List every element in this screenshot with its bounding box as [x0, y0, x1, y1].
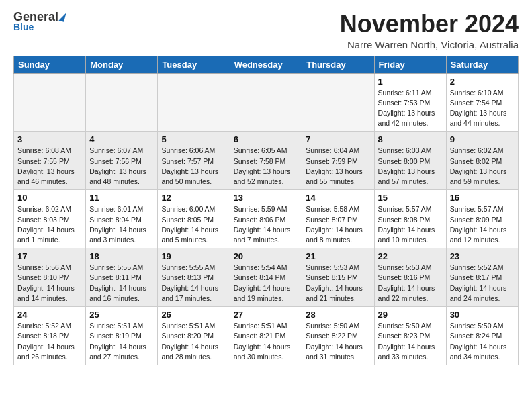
day-info: Sunrise: 5:56 AMSunset: 8:10 PMDaylight:… — [17, 263, 82, 304]
table-row — [14, 73, 86, 132]
logo-triangle-icon — [58, 11, 66, 22]
day-number: 2 — [450, 77, 515, 87]
day-number: 1 — [378, 77, 443, 87]
table-row — [158, 73, 230, 132]
col-saturday: Saturday — [446, 56, 518, 73]
day-info: Sunrise: 5:51 AMSunset: 8:21 PMDaylight:… — [234, 321, 299, 362]
day-number: 25 — [89, 310, 154, 320]
table-row: 24Sunrise: 5:52 AMSunset: 8:18 PMDayligh… — [14, 307, 86, 365]
day-number: 6 — [234, 134, 299, 144]
table-row: 9Sunrise: 6:02 AMSunset: 8:02 PMDaylight… — [446, 132, 518, 190]
header: General Blue November 2024 Narre Warren … — [13, 11, 519, 50]
day-info: Sunrise: 5:52 AMSunset: 8:17 PMDaylight:… — [450, 263, 515, 304]
calendar-week-row: 17Sunrise: 5:56 AMSunset: 8:10 PMDayligh… — [14, 248, 519, 307]
day-number: 13 — [234, 193, 299, 203]
day-info: Sunrise: 6:06 AMSunset: 7:57 PMDaylight:… — [161, 146, 226, 187]
day-info: Sunrise: 6:00 AMSunset: 8:05 PMDaylight:… — [161, 204, 226, 245]
day-info: Sunrise: 6:02 AMSunset: 8:03 PMDaylight:… — [17, 204, 82, 245]
month-title: November 2024 — [340, 11, 519, 38]
table-row: 1Sunrise: 6:11 AMSunset: 7:53 PMDaylight… — [374, 73, 446, 132]
day-info: Sunrise: 5:53 AMSunset: 8:15 PMDaylight:… — [306, 263, 370, 304]
table-row: 25Sunrise: 5:51 AMSunset: 8:19 PMDayligh… — [86, 307, 158, 365]
day-number: 21 — [306, 251, 370, 261]
day-number: 18 — [89, 251, 154, 261]
table-row: 18Sunrise: 5:55 AMSunset: 8:11 PMDayligh… — [86, 248, 158, 307]
day-info: Sunrise: 6:11 AMSunset: 7:53 PMDaylight:… — [378, 88, 443, 129]
day-info: Sunrise: 5:51 AMSunset: 8:19 PMDaylight:… — [89, 321, 154, 362]
day-number: 10 — [17, 193, 82, 203]
calendar-week-row: 24Sunrise: 5:52 AMSunset: 8:18 PMDayligh… — [14, 307, 519, 365]
table-row: 2Sunrise: 6:10 AMSunset: 7:54 PMDaylight… — [446, 73, 518, 132]
day-number: 29 — [378, 310, 443, 320]
table-row: 26Sunrise: 5:51 AMSunset: 8:20 PMDayligh… — [158, 307, 230, 365]
day-number: 30 — [450, 310, 515, 320]
col-monday: Monday — [86, 56, 158, 73]
table-row: 22Sunrise: 5:53 AMSunset: 8:16 PMDayligh… — [374, 248, 446, 307]
day-number: 9 — [450, 134, 515, 144]
day-info: Sunrise: 6:05 AMSunset: 7:58 PMDaylight:… — [234, 146, 299, 187]
day-number: 4 — [89, 134, 154, 144]
day-number: 27 — [234, 310, 299, 320]
table-row: 6Sunrise: 6:05 AMSunset: 7:58 PMDaylight… — [230, 132, 302, 190]
table-row: 5Sunrise: 6:06 AMSunset: 7:57 PMDaylight… — [158, 132, 230, 190]
table-row: 21Sunrise: 5:53 AMSunset: 8:15 PMDayligh… — [302, 248, 374, 307]
table-row: 12Sunrise: 6:00 AMSunset: 8:05 PMDayligh… — [158, 190, 230, 248]
day-number: 8 — [378, 134, 443, 144]
table-row: 29Sunrise: 5:50 AMSunset: 8:23 PMDayligh… — [374, 307, 446, 365]
table-row: 27Sunrise: 5:51 AMSunset: 8:21 PMDayligh… — [230, 307, 302, 365]
day-info: Sunrise: 5:53 AMSunset: 8:16 PMDaylight:… — [378, 263, 443, 304]
day-info: Sunrise: 5:50 AMSunset: 8:24 PMDaylight:… — [450, 321, 515, 362]
day-info: Sunrise: 5:55 AMSunset: 8:11 PMDaylight:… — [89, 263, 154, 304]
day-info: Sunrise: 5:50 AMSunset: 8:22 PMDaylight:… — [306, 321, 370, 362]
day-number: 19 — [161, 251, 226, 261]
day-number: 22 — [378, 251, 443, 261]
calendar-week-row: 10Sunrise: 6:02 AMSunset: 8:03 PMDayligh… — [14, 190, 519, 248]
col-wednesday: Wednesday — [230, 56, 302, 73]
day-info: Sunrise: 6:02 AMSunset: 8:02 PMDaylight:… — [450, 146, 515, 187]
day-number: 17 — [17, 251, 82, 261]
calendar-week-row: 1Sunrise: 6:11 AMSunset: 7:53 PMDaylight… — [14, 73, 519, 132]
table-row — [230, 73, 302, 132]
calendar-header-row: Sunday Monday Tuesday Wednesday Thursday… — [14, 56, 519, 73]
title-block: November 2024 Narre Warren North, Victor… — [340, 11, 519, 50]
day-info: Sunrise: 5:54 AMSunset: 8:14 PMDaylight:… — [234, 263, 299, 304]
table-row: 11Sunrise: 6:01 AMSunset: 8:04 PMDayligh… — [86, 190, 158, 248]
day-info: Sunrise: 5:55 AMSunset: 8:13 PMDaylight:… — [161, 263, 226, 304]
table-row: 7Sunrise: 6:04 AMSunset: 7:59 PMDaylight… — [302, 132, 374, 190]
table-row: 14Sunrise: 5:58 AMSunset: 8:07 PMDayligh… — [302, 190, 374, 248]
day-info: Sunrise: 5:57 AMSunset: 8:09 PMDaylight:… — [450, 204, 515, 245]
col-thursday: Thursday — [302, 56, 374, 73]
page: General Blue November 2024 Narre Warren … — [0, 0, 532, 376]
table-row: 3Sunrise: 6:08 AMSunset: 7:55 PMDaylight… — [14, 132, 86, 190]
calendar-week-row: 3Sunrise: 6:08 AMSunset: 7:55 PMDaylight… — [14, 132, 519, 190]
table-row: 19Sunrise: 5:55 AMSunset: 8:13 PMDayligh… — [158, 248, 230, 307]
calendar-table: Sunday Monday Tuesday Wednesday Thursday… — [13, 56, 519, 365]
table-row: 23Sunrise: 5:52 AMSunset: 8:17 PMDayligh… — [446, 248, 518, 307]
day-info: Sunrise: 6:10 AMSunset: 7:54 PMDaylight:… — [450, 88, 515, 129]
day-number: 15 — [378, 193, 443, 203]
table-row: 8Sunrise: 6:03 AMSunset: 8:00 PMDaylight… — [374, 132, 446, 190]
location-title: Narre Warren North, Victoria, Australia — [340, 39, 519, 50]
day-info: Sunrise: 6:07 AMSunset: 7:56 PMDaylight:… — [89, 146, 154, 187]
table-row — [302, 73, 374, 132]
table-row: 20Sunrise: 5:54 AMSunset: 8:14 PMDayligh… — [230, 248, 302, 307]
day-number: 28 — [306, 310, 370, 320]
day-number: 16 — [450, 193, 515, 203]
day-number: 5 — [161, 134, 226, 144]
table-row: 15Sunrise: 5:57 AMSunset: 8:08 PMDayligh… — [374, 190, 446, 248]
col-sunday: Sunday — [14, 56, 86, 73]
table-row: 17Sunrise: 5:56 AMSunset: 8:10 PMDayligh… — [14, 248, 86, 307]
table-row: 16Sunrise: 5:57 AMSunset: 8:09 PMDayligh… — [446, 190, 518, 248]
table-row: 4Sunrise: 6:07 AMSunset: 7:56 PMDaylight… — [86, 132, 158, 190]
col-tuesday: Tuesday — [158, 56, 230, 73]
day-number: 3 — [17, 134, 82, 144]
day-number: 11 — [89, 193, 154, 203]
day-info: Sunrise: 5:58 AMSunset: 8:07 PMDaylight:… — [306, 204, 370, 245]
day-info: Sunrise: 5:57 AMSunset: 8:08 PMDaylight:… — [378, 204, 443, 245]
day-number: 7 — [306, 134, 370, 144]
day-info: Sunrise: 5:52 AMSunset: 8:18 PMDaylight:… — [17, 321, 82, 362]
day-info: Sunrise: 6:01 AMSunset: 8:04 PMDaylight:… — [89, 204, 154, 245]
table-row: 10Sunrise: 6:02 AMSunset: 8:03 PMDayligh… — [14, 190, 86, 248]
day-info: Sunrise: 6:04 AMSunset: 7:59 PMDaylight:… — [306, 146, 370, 187]
day-number: 14 — [306, 193, 370, 203]
